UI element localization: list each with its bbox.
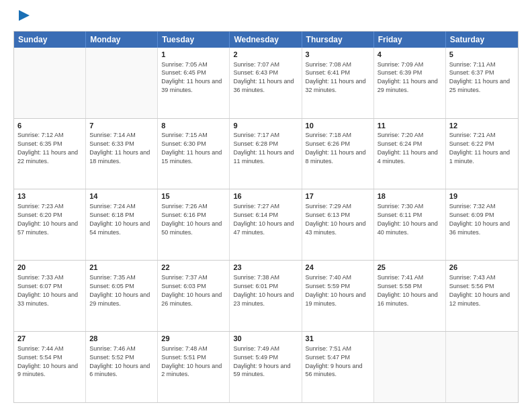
day-number: 10	[306, 121, 370, 131]
calendar: SundayMondayTuesdayWednesdayThursdayFrid…	[13, 31, 519, 403]
cal-day-11: 11Sunrise: 7:20 AMSunset: 6:24 PMDayligh…	[374, 119, 446, 189]
day-info: Sunrise: 7:32 AMSunset: 6:09 PMDaylight:…	[449, 203, 510, 235]
day-number: 28	[89, 334, 154, 344]
day-info: Sunrise: 7:35 AMSunset: 6:05 PMDaylight:…	[89, 274, 150, 306]
day-number: 17	[306, 191, 370, 201]
day-info: Sunrise: 7:17 AMSunset: 6:28 PMDaylight:…	[233, 132, 294, 164]
day-info: Sunrise: 7:29 AMSunset: 6:13 PMDaylight:…	[306, 203, 366, 235]
day-info: Sunrise: 7:30 AMSunset: 6:11 PMDaylight:…	[378, 203, 438, 235]
day-header-saturday: Saturday	[446, 32, 518, 48]
day-info: Sunrise: 7:38 AMSunset: 6:01 PMDaylight:…	[233, 274, 294, 306]
cal-day-15: 15Sunrise: 7:26 AMSunset: 6:16 PMDayligh…	[158, 189, 230, 260]
cal-week-5: 27Sunrise: 7:44 AMSunset: 5:54 PMDayligh…	[14, 332, 518, 402]
day-number: 24	[306, 263, 370, 273]
day-info: Sunrise: 7:48 AMSunset: 5:51 PMDaylight:…	[161, 345, 222, 377]
cal-week-4: 20Sunrise: 7:33 AMSunset: 6:07 PMDayligh…	[14, 261, 518, 332]
day-number: 29	[161, 334, 226, 344]
day-number: 23	[233, 263, 298, 273]
day-number: 7	[89, 121, 154, 131]
cal-day-10: 10Sunrise: 7:18 AMSunset: 6:26 PMDayligh…	[302, 119, 374, 189]
day-number: 15	[161, 191, 226, 201]
day-number: 4	[378, 50, 442, 60]
cal-empty-4-5	[374, 332, 446, 402]
cal-day-28: 28Sunrise: 7:46 AMSunset: 5:52 PMDayligh…	[86, 332, 158, 402]
cal-day-25: 25Sunrise: 7:41 AMSunset: 5:58 PMDayligh…	[374, 261, 446, 331]
cal-day-4: 4Sunrise: 7:09 AMSunset: 6:39 PMDaylight…	[374, 48, 446, 118]
cal-day-12: 12Sunrise: 7:21 AMSunset: 6:22 PMDayligh…	[446, 119, 518, 189]
day-info: Sunrise: 7:05 AMSunset: 6:45 PMDaylight:…	[161, 61, 222, 93]
day-header-sunday: Sunday	[14, 32, 86, 48]
cal-week-1: 1Sunrise: 7:05 AMSunset: 6:45 PMDaylight…	[14, 48, 518, 119]
cal-empty-0-0	[14, 48, 86, 118]
cal-day-16: 16Sunrise: 7:27 AMSunset: 6:14 PMDayligh…	[230, 189, 302, 260]
logo	[13, 12, 34, 26]
day-info: Sunrise: 7:27 AMSunset: 6:14 PMDaylight:…	[233, 203, 294, 235]
day-info: Sunrise: 7:51 AMSunset: 5:47 PMDaylight:…	[306, 345, 363, 377]
cal-day-1: 1Sunrise: 7:05 AMSunset: 6:45 PMDaylight…	[158, 48, 230, 118]
cal-day-3: 3Sunrise: 7:08 AMSunset: 6:41 PMDaylight…	[302, 48, 374, 118]
cal-day-23: 23Sunrise: 7:38 AMSunset: 6:01 PMDayligh…	[230, 261, 302, 331]
day-number: 31	[306, 334, 370, 344]
cal-day-5: 5Sunrise: 7:11 AMSunset: 6:37 PMDaylight…	[446, 48, 518, 118]
cal-empty-4-6	[446, 332, 518, 402]
day-info: Sunrise: 7:11 AMSunset: 6:37 PMDaylight:…	[449, 61, 510, 93]
day-info: Sunrise: 7:23 AMSunset: 6:20 PMDaylight:…	[17, 203, 78, 235]
day-number: 12	[449, 121, 515, 131]
day-number: 3	[306, 50, 370, 60]
day-number: 16	[233, 191, 298, 201]
cal-day-21: 21Sunrise: 7:35 AMSunset: 6:05 PMDayligh…	[86, 261, 158, 331]
header	[13, 12, 519, 26]
cal-week-3: 13Sunrise: 7:23 AMSunset: 6:20 PMDayligh…	[14, 189, 518, 261]
day-number: 13	[17, 191, 82, 201]
day-number: 18	[378, 191, 442, 201]
day-number: 19	[449, 191, 515, 201]
cal-day-26: 26Sunrise: 7:43 AMSunset: 5:56 PMDayligh…	[446, 261, 518, 331]
cal-day-8: 8Sunrise: 7:15 AMSunset: 6:30 PMDaylight…	[158, 119, 230, 189]
day-number: 30	[233, 334, 298, 344]
day-info: Sunrise: 7:07 AMSunset: 6:43 PMDaylight:…	[233, 61, 294, 93]
cal-day-18: 18Sunrise: 7:30 AMSunset: 6:11 PMDayligh…	[374, 189, 446, 260]
day-info: Sunrise: 7:40 AMSunset: 5:59 PMDaylight:…	[306, 274, 366, 306]
day-number: 14	[89, 191, 154, 201]
day-info: Sunrise: 7:20 AMSunset: 6:24 PMDaylight:…	[378, 132, 438, 164]
cal-day-9: 9Sunrise: 7:17 AMSunset: 6:28 PMDaylight…	[230, 119, 302, 189]
day-header-thursday: Thursday	[302, 32, 374, 48]
day-number: 27	[17, 334, 82, 344]
calendar-header: SundayMondayTuesdayWednesdayThursdayFrid…	[14, 32, 518, 48]
cal-day-6: 6Sunrise: 7:12 AMSunset: 6:35 PMDaylight…	[14, 119, 86, 189]
day-header-monday: Monday	[86, 32, 158, 48]
cal-day-17: 17Sunrise: 7:29 AMSunset: 6:13 PMDayligh…	[302, 189, 374, 260]
day-number: 11	[378, 121, 442, 131]
cal-day-13: 13Sunrise: 7:23 AMSunset: 6:20 PMDayligh…	[14, 189, 86, 260]
day-number: 21	[89, 263, 154, 273]
cal-day-27: 27Sunrise: 7:44 AMSunset: 5:54 PMDayligh…	[14, 332, 86, 402]
day-info: Sunrise: 7:24 AMSunset: 6:18 PMDaylight:…	[89, 203, 150, 235]
day-number: 20	[17, 263, 82, 273]
day-header-tuesday: Tuesday	[158, 32, 230, 48]
day-info: Sunrise: 7:41 AMSunset: 5:58 PMDaylight:…	[378, 274, 438, 306]
cal-day-22: 22Sunrise: 7:37 AMSunset: 6:03 PMDayligh…	[158, 261, 230, 331]
day-info: Sunrise: 7:26 AMSunset: 6:16 PMDaylight:…	[161, 203, 222, 235]
day-info: Sunrise: 7:46 AMSunset: 5:52 PMDaylight:…	[89, 345, 150, 377]
day-number: 22	[161, 263, 226, 273]
day-info: Sunrise: 7:33 AMSunset: 6:07 PMDaylight:…	[17, 274, 78, 306]
cal-empty-0-1	[86, 48, 158, 118]
day-info: Sunrise: 7:14 AMSunset: 6:33 PMDaylight:…	[89, 132, 150, 164]
day-number: 26	[449, 263, 515, 273]
day-info: Sunrise: 7:37 AMSunset: 6:03 PMDaylight:…	[161, 274, 222, 306]
cal-day-14: 14Sunrise: 7:24 AMSunset: 6:18 PMDayligh…	[86, 189, 158, 260]
day-info: Sunrise: 7:09 AMSunset: 6:39 PMDaylight:…	[378, 61, 438, 93]
cal-week-2: 6Sunrise: 7:12 AMSunset: 6:35 PMDaylight…	[14, 119, 518, 190]
day-info: Sunrise: 7:18 AMSunset: 6:26 PMDaylight:…	[306, 132, 366, 164]
cal-day-30: 30Sunrise: 7:49 AMSunset: 5:49 PMDayligh…	[230, 332, 302, 402]
cal-day-24: 24Sunrise: 7:40 AMSunset: 5:59 PMDayligh…	[302, 261, 374, 331]
day-number: 25	[378, 263, 442, 273]
cal-day-19: 19Sunrise: 7:32 AMSunset: 6:09 PMDayligh…	[446, 189, 518, 260]
day-number: 8	[161, 121, 226, 131]
day-info: Sunrise: 7:12 AMSunset: 6:35 PMDaylight:…	[17, 132, 78, 164]
day-header-wednesday: Wednesday	[230, 32, 302, 48]
day-info: Sunrise: 7:44 AMSunset: 5:54 PMDaylight:…	[17, 345, 78, 377]
day-info: Sunrise: 7:15 AMSunset: 6:30 PMDaylight:…	[161, 132, 222, 164]
day-number: 5	[449, 50, 515, 60]
day-info: Sunrise: 7:21 AMSunset: 6:22 PMDaylight:…	[449, 132, 510, 164]
